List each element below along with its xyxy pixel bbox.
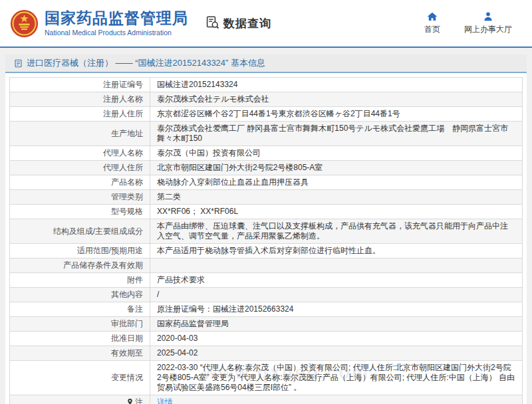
row-label: 审批部门 (10, 317, 150, 332)
row-value: / (150, 288, 523, 302)
row-label: 产品储存条件及有效期 (10, 258, 150, 273)
row-label: 注册人名称 (10, 92, 150, 107)
table-row: 产品储存条件及有效期 (10, 258, 523, 273)
row-value: XX*RF06； XX*RF06L (150, 205, 523, 219)
row-value: 第二类 (150, 190, 523, 205)
home-icon (427, 11, 438, 22)
person-icon (483, 11, 493, 22)
row-value: 泰尔茂（中国）投资有限公司 (150, 146, 523, 161)
row-value (150, 258, 523, 273)
row-label: 代理人名称 (10, 146, 150, 161)
row-label: 注册证编号 (10, 78, 150, 92)
detail-link[interactable]: 详情 (157, 397, 173, 404)
table-row: 变更情况2022-03-30 “代理人名称:泰尔茂（中国）投资有限公司; 代理人… (10, 361, 523, 395)
row-label: 生产地址 (10, 122, 150, 146)
breadcrumb-text: 进口医疗器械（注册） —— “国械注进20152143324” 基本信息 (27, 57, 265, 69)
content-panel: 进口医疗器械（注册） —— “国械注进20152143324” 基本信息 注册证… (5, 54, 527, 404)
row-label: 变更情况 (10, 361, 150, 395)
table-row: 注册人住所东京都涩谷区幡个谷2丁目44番1号東京都渋谷区幡ヶ谷2丁目44番1号 (10, 107, 523, 122)
table-row: 其他内容/ (10, 288, 523, 302)
data-query-label: 数据查询 (223, 16, 271, 31)
top-nav: 首页 网上办事大厅 (424, 11, 512, 35)
table-row: 批准日期2020-04-03 (10, 332, 523, 346)
row-value: 北京市朝阳区建国门外大街2号院2号楼805-A室 (150, 161, 523, 175)
row-value: 原注册证编号：国械注进20152663324 (150, 302, 523, 317)
row-value: 国家药品监督管理局 (150, 317, 523, 332)
table-row: 结构及组成/主要组成成分本产品由绑带、压迫球囊、注气口以及支撑板构成，产品供有充… (10, 219, 523, 244)
row-value: 产品技术要求 (150, 273, 523, 288)
site-subtitle: National Medical Products Administration (45, 29, 188, 37)
row-label: 结构及组成/主要组成成分 (10, 219, 150, 244)
breadcrumb: 进口医疗器械（注册） —— “国械注进20152143324” 基本信息 (5, 54, 527, 73)
brand-text: 国家药品监督管理局 National Medical Products Admi… (45, 10, 188, 36)
row-value: 详情 (150, 395, 523, 404)
row-value: 本产品适用于桡动脉导管插入术后对穿刺部位进行临时性止血。 (150, 244, 523, 258)
row-value: 本产品由绑带、压迫球囊、注气口以及支撑板构成，产品供有充气器，该充气器只能用于向… (150, 219, 523, 244)
row-value: 2020-04-03 (150, 332, 523, 346)
row-value: 泰尔茂株式会社テルモ株式会社 (150, 92, 523, 107)
table-row: 注册人名称泰尔茂株式会社テルモ株式会社 (10, 92, 523, 107)
row-label: 批准日期 (10, 332, 150, 346)
info-table: 注册证编号国械注进20152143324注册人名称泰尔茂株式会社テルモ株式会社注… (9, 77, 523, 404)
row-label: 注 (10, 395, 150, 404)
row-label: 注册人住所 (10, 107, 150, 122)
data-query-icon (205, 15, 219, 32)
site-title: 国家药品监督管理局 (45, 10, 188, 27)
table-row: 注册证编号国械注进20152143324 (10, 78, 523, 92)
table-row: 适用范围/预期用途本产品适用于桡动脉导管插入术后对穿刺部位进行临时性止血。 (10, 244, 523, 258)
row-label: 其他内容 (10, 288, 150, 302)
table-row: 代理人名称泰尔茂（中国）投资有限公司 (10, 146, 523, 161)
row-label: 代理人住所 (10, 161, 150, 175)
nav-online-hall-label: 网上办事大厅 (464, 24, 512, 35)
document-icon (14, 59, 23, 68)
brand[interactable]: 国家药品监督管理局 National Medical Products Admi… (10, 9, 188, 38)
row-label: 型号规格 (10, 205, 150, 219)
table-row: 管理类别第二类 (10, 190, 523, 205)
row-label: 适用范围/预期用途 (10, 244, 150, 258)
row-label: 附件 (10, 273, 150, 288)
national-emblem-icon (10, 9, 39, 38)
row-label: 有效期至 (10, 346, 150, 361)
row-value: 泰尔茂株式会社爱鹰工厂 静冈县富士宫市舞舞木町150号テルモ株式会社愛鷹工場 静… (150, 122, 523, 146)
table-row: 注详情 (10, 395, 523, 404)
row-value: 桡动脉介入穿刺部位止血器止血用押压器具 (150, 175, 523, 190)
row-label: 管理类别 (10, 190, 150, 205)
table-row: 产品名称桡动脉介入穿刺部位止血器止血用押压器具 (10, 175, 523, 190)
pin-icon (126, 397, 135, 404)
table-row: 代理人住所北京市朝阳区建国门外大街2号院2号楼805-A室 (10, 161, 523, 175)
nav-online-hall[interactable]: 网上办事大厅 (464, 11, 512, 35)
table-row: 型号规格XX*RF06； XX*RF06L (10, 205, 523, 219)
data-query-section[interactable]: 数据查询 (205, 15, 271, 32)
row-value: 2025-04-02 (150, 346, 523, 361)
table-row: 备注原注册证编号：国械注进20152663324 (10, 302, 523, 317)
row-value: 国械注进20152143324 (150, 78, 523, 92)
table-row: 审批部门国家药品监督管理局 (10, 317, 523, 332)
table-row: 有效期至2025-04-02 (10, 346, 523, 361)
nav-home-label: 首页 (424, 24, 440, 35)
row-label: 产品名称 (10, 175, 150, 190)
table-row: 附件产品技术要求 (10, 273, 523, 288)
row-value: 东京都涩谷区幡个谷2丁目44番1号東京都渋谷区幡ヶ谷2丁目44番1号 (150, 107, 523, 122)
info-table-body: 注册证编号国械注进20152143324注册人名称泰尔茂株式会社テルモ株式会社注… (10, 78, 523, 404)
nav-home[interactable]: 首页 (424, 11, 440, 35)
site-header: 国家药品监督管理局 National Medical Products Admi… (0, 0, 532, 48)
row-label: 备注 (10, 302, 150, 317)
table-row: 生产地址泰尔茂株式会社爱鹰工厂 静冈县富士宫市舞舞木町150号テルモ株式会社愛鷹… (10, 122, 523, 146)
row-value: 2022-03-30 “代理人名称:泰尔茂（中国）投资有限公司; 代理人住所:北… (150, 361, 523, 395)
